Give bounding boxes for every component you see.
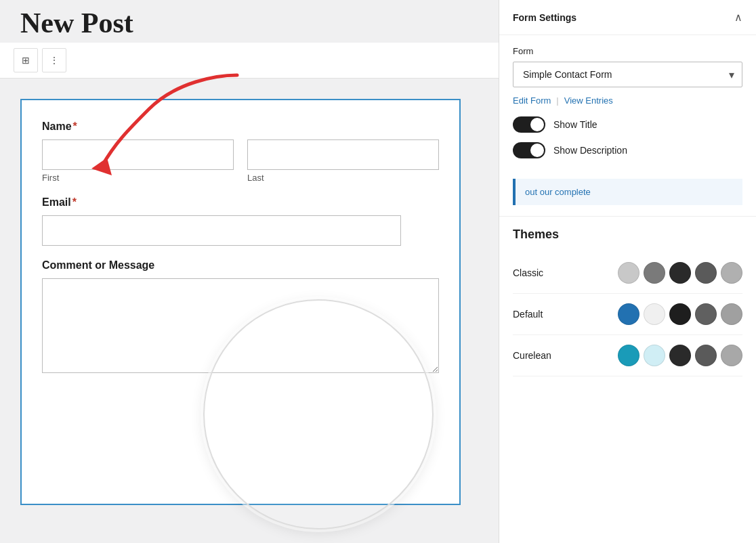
last-name-input[interactable]: [247, 139, 439, 170]
theme-name: Default: [513, 309, 581, 320]
color-swatch[interactable]: [721, 345, 742, 366]
page-title: New Post: [20, 7, 133, 39]
theme-colors: [618, 345, 742, 366]
theme-name: Classic: [513, 267, 581, 278]
list-icon: ⊞: [22, 55, 30, 66]
first-name-input[interactable]: [42, 139, 234, 170]
settings-panel-title: Form Settings: [513, 12, 576, 23]
promo-text: out our complete: [525, 187, 591, 197]
form-select-label: Form: [513, 46, 742, 56]
show-title-label: Show Title: [553, 119, 597, 130]
theme-colors: [618, 303, 742, 325]
form-action-links: Edit Form | View Entries: [513, 95, 742, 106]
color-swatch[interactable]: [669, 262, 691, 284]
comment-field-group: Comment or Message: [42, 259, 439, 373]
color-swatch[interactable]: [695, 262, 717, 284]
form-preview: Name* First Last Email*: [20, 99, 461, 505]
color-swatch[interactable]: [618, 303, 639, 325]
required-indicator: *: [73, 121, 77, 132]
color-swatch[interactable]: [618, 345, 639, 366]
link-separator: |: [556, 95, 558, 106]
first-name-column: First: [42, 139, 234, 183]
show-title-toggle[interactable]: [513, 116, 545, 133]
more-options-button[interactable]: ⋮: [42, 48, 66, 72]
form-select-dropdown[interactable]: Simple Contact Form: [513, 62, 742, 87]
comment-textarea[interactable]: [42, 278, 439, 373]
editor-content: Name* First Last Email*: [0, 79, 499, 519]
color-swatch[interactable]: [618, 262, 639, 284]
email-label: Email*: [42, 196, 439, 209]
view-entries-link[interactable]: View Entries: [564, 95, 613, 106]
color-swatch[interactable]: [721, 303, 742, 325]
theme-colors: [618, 262, 742, 284]
color-swatch[interactable]: [695, 345, 717, 366]
color-swatch[interactable]: [669, 303, 691, 325]
color-swatch[interactable]: [644, 345, 665, 366]
last-sub-label: Last: [247, 173, 439, 183]
color-swatch[interactable]: [644, 262, 665, 284]
settings-panel: Form Settings ∧ Form Simple Contact Form…: [499, 0, 756, 543]
show-description-label: Show Description: [553, 145, 627, 156]
email-input[interactable]: [42, 215, 401, 246]
name-label: Name*: [42, 121, 439, 133]
edit-form-link[interactable]: Edit Form: [513, 95, 551, 106]
theme-row: Curelean: [513, 335, 742, 376]
first-sub-label: First: [42, 173, 234, 183]
theme-row: Default: [513, 294, 742, 335]
color-swatch[interactable]: [644, 303, 665, 325]
settings-header: Form Settings ∧: [499, 0, 756, 35]
ellipsis-icon: ⋮: [49, 55, 59, 66]
theme-row: Classic: [513, 253, 742, 294]
color-swatch[interactable]: [669, 345, 691, 366]
editor-area: New Post ⊞ ⋮ Name*: [0, 0, 499, 543]
comment-label: Comment or Message: [42, 259, 439, 272]
show-title-toggle-row: Show Title: [513, 116, 742, 133]
last-name-column: Last: [247, 139, 439, 183]
promo-banner[interactable]: out our complete: [513, 179, 742, 205]
themes-title: Themes: [513, 227, 742, 242]
form-selection-section: Form Simple Contact Form ▾ Edit Form | V…: [499, 35, 756, 179]
form-select-wrapper: Simple Contact Form ▾: [513, 62, 742, 87]
email-required-indicator: *: [72, 196, 77, 208]
email-field-group: Email*: [42, 196, 439, 246]
post-title-area: New Post: [0, 0, 499, 43]
show-description-toggle-row: Show Description: [513, 142, 742, 158]
themes-section: Themes ClassicDefaultCurelean: [499, 216, 756, 387]
editor-toolbar: ⊞ ⋮: [0, 43, 499, 79]
color-swatch[interactable]: [695, 303, 717, 325]
show-description-toggle[interactable]: [513, 142, 545, 158]
theme-name: Curelean: [513, 350, 581, 361]
list-view-button[interactable]: ⊞: [14, 48, 38, 72]
name-field-group: Name* First Last: [42, 121, 439, 183]
color-swatch[interactable]: [721, 262, 742, 284]
collapse-icon[interactable]: ∧: [734, 11, 742, 24]
themes-list: ClassicDefaultCurelean: [513, 253, 742, 376]
name-inputs-row: First Last: [42, 139, 439, 183]
